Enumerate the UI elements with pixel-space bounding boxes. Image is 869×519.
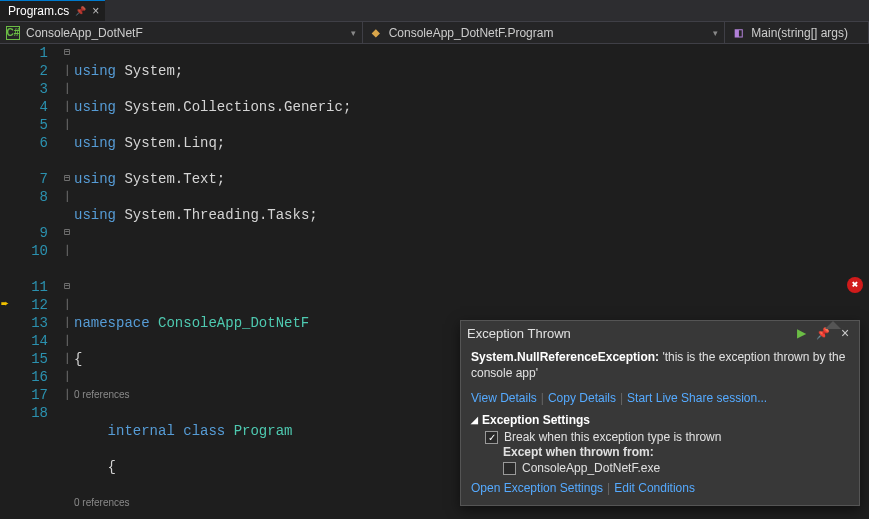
popup-links: View Details|Copy Details|Start Live Sha…	[471, 391, 849, 405]
line-number: 1	[18, 44, 48, 62]
fold-toggle-icon[interactable]: ⊟	[60, 44, 74, 62]
except-when-label: Except when thrown from:	[503, 445, 849, 459]
copy-details-link[interactable]: Copy Details	[548, 391, 616, 405]
line-number: 3	[18, 80, 48, 98]
exe-name-label: ConsoleApp_DotNetF.exe	[522, 461, 660, 475]
exception-message: System.NullReferenceException: 'this is …	[471, 349, 849, 381]
chevron-down-icon: ▾	[351, 28, 356, 38]
exe-exclude-checkbox[interactable]	[503, 462, 516, 475]
line-number: 9	[18, 224, 48, 242]
line-number: 17	[18, 386, 48, 404]
line-number: 13	[18, 314, 48, 332]
line-number: 15	[18, 350, 48, 368]
codelens-references[interactable]: 0 references	[74, 386, 130, 404]
line-number: 18	[18, 404, 48, 422]
line-number: 2	[18, 62, 48, 80]
method-dropdown[interactable]: ◧ Main(string[] args)	[725, 22, 869, 43]
open-exception-settings-link[interactable]: Open Exception Settings	[471, 481, 603, 495]
exception-popup: Exception Thrown ▶ 📌 × System.NullRefere…	[460, 320, 860, 506]
breadcrumb-bar: C# ConsoleApp_DotNetF ▾ ◆ ConsoleApp_Dot…	[0, 22, 869, 44]
csharp-project-icon: C#	[6, 26, 20, 40]
project-name: ConsoleApp_DotNetF	[26, 26, 143, 40]
method-icon: ◧	[731, 26, 745, 40]
file-tab-label: Program.cs	[8, 4, 69, 18]
popup-title: Exception Thrown	[467, 326, 787, 341]
line-number: 16	[18, 368, 48, 386]
fold-column: ⊟ ││││ ⊟ │ ⊟ │ ⊟ ││││││	[60, 44, 74, 519]
break-when-label: Break when this exception type is thrown	[504, 430, 721, 444]
glyph-margin: ➨	[0, 44, 18, 519]
exception-error-icon[interactable]: ✖	[847, 277, 863, 293]
break-when-thrown-checkbox[interactable]: ✓	[485, 431, 498, 444]
fold-toggle-icon[interactable]: ⊟	[60, 224, 74, 242]
edit-conditions-link[interactable]: Edit Conditions	[614, 481, 695, 495]
fold-toggle-icon[interactable]: ⊟	[60, 170, 74, 188]
line-number: 5	[18, 116, 48, 134]
exception-settings-section: ◢Exception Settings ✓ Break when this ex…	[471, 413, 849, 475]
popup-header: Exception Thrown ▶ 📌 ×	[461, 321, 859, 345]
line-number: 7	[18, 170, 48, 188]
line-number: 14	[18, 332, 48, 350]
pin-icon[interactable]: 📌	[75, 6, 86, 16]
line-number: 4	[18, 98, 48, 116]
current-statement-arrow-icon: ➨	[1, 296, 9, 314]
class-dropdown[interactable]: ◆ ConsoleApp_DotNetF.Program ▾	[363, 22, 726, 43]
tab-bar: Program.cs 📌 ×	[0, 0, 869, 22]
line-number: 11	[18, 278, 48, 296]
view-details-link[interactable]: View Details	[471, 391, 537, 405]
exception-settings-header[interactable]: ◢Exception Settings	[471, 413, 849, 427]
close-icon[interactable]: ×	[837, 325, 853, 341]
pin-icon[interactable]: 📌	[815, 325, 831, 341]
project-dropdown[interactable]: C# ConsoleApp_DotNetF ▾	[0, 22, 363, 43]
class-icon: ◆	[369, 26, 383, 40]
class-name: ConsoleApp_DotNetF.Program	[389, 26, 554, 40]
continue-button-icon[interactable]: ▶	[793, 325, 809, 341]
file-tab[interactable]: Program.cs 📌 ×	[0, 0, 105, 21]
line-number: 8	[18, 188, 48, 206]
popup-footer: Open Exception Settings|Edit Conditions	[471, 481, 849, 495]
close-tab-icon[interactable]: ×	[92, 4, 99, 18]
fold-toggle-icon[interactable]: ⊟	[60, 278, 74, 296]
line-number: 10	[18, 242, 48, 260]
codelens-references[interactable]: 0 references	[74, 494, 130, 512]
live-share-link[interactable]: Start Live Share session...	[627, 391, 767, 405]
method-name: Main(string[] args)	[751, 26, 848, 40]
chevron-down-icon: ▾	[713, 28, 718, 38]
line-number-gutter: 1 2 3 4 5 6 7 8 9 10 11 12 13 14 15 16 1…	[18, 44, 60, 519]
line-number: 12	[18, 296, 48, 314]
collapse-icon: ◢	[471, 415, 478, 425]
line-number: 6	[18, 134, 48, 152]
